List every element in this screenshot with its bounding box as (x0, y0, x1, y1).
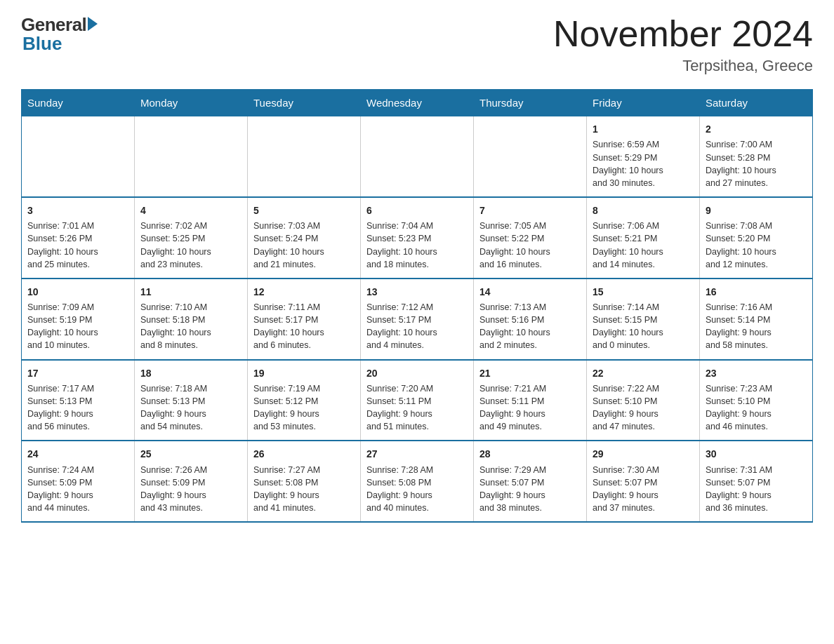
day-info: Sunrise: 7:14 AM Sunset: 5:15 PM Dayligh… (593, 301, 694, 352)
day-info: Sunrise: 7:05 AM Sunset: 5:22 PM Dayligh… (479, 220, 581, 271)
day-number: 11 (140, 285, 241, 299)
logo-blue-text: Blue (22, 33, 62, 55)
calendar-week-row: 17Sunrise: 7:17 AM Sunset: 5:13 PM Dayli… (22, 360, 813, 441)
calendar-cell: 4Sunrise: 7:02 AM Sunset: 5:25 PM Daylig… (135, 197, 248, 279)
calendar-cell: 2Sunrise: 7:00 AM Sunset: 5:28 PM Daylig… (700, 116, 813, 197)
day-info: Sunrise: 7:04 AM Sunset: 5:23 PM Dayligh… (366, 220, 468, 271)
day-number: 12 (253, 285, 355, 299)
weekday-header-tuesday: Tuesday (248, 90, 361, 116)
calendar-cell: 3Sunrise: 7:01 AM Sunset: 5:26 PM Daylig… (22, 197, 135, 279)
day-info: Sunrise: 7:18 AM Sunset: 5:13 PM Dayligh… (140, 382, 241, 434)
day-number: 20 (366, 366, 468, 380)
day-number: 7 (479, 203, 581, 217)
day-number: 23 (706, 366, 807, 380)
calendar-cell: 16Sunrise: 7:16 AM Sunset: 5:14 PM Dayli… (700, 279, 813, 360)
calendar-cell (22, 116, 135, 197)
day-info: Sunrise: 7:03 AM Sunset: 5:24 PM Dayligh… (253, 220, 355, 271)
day-number: 13 (366, 285, 468, 299)
day-number: 18 (140, 366, 241, 380)
calendar-cell: 24Sunrise: 7:24 AM Sunset: 5:09 PM Dayli… (22, 441, 135, 522)
calendar-cell (361, 116, 474, 197)
calendar-cell: 27Sunrise: 7:28 AM Sunset: 5:08 PM Dayli… (361, 441, 474, 522)
day-info: Sunrise: 7:09 AM Sunset: 5:19 PM Dayligh… (27, 301, 128, 352)
calendar-cell: 23Sunrise: 7:23 AM Sunset: 5:10 PM Dayli… (700, 360, 813, 441)
location-subtitle: Terpsithea, Greece (553, 57, 813, 75)
day-number: 17 (27, 366, 128, 380)
day-info: Sunrise: 7:12 AM Sunset: 5:17 PM Dayligh… (366, 301, 468, 352)
calendar-cell: 13Sunrise: 7:12 AM Sunset: 5:17 PM Dayli… (361, 279, 474, 360)
calendar-cell: 29Sunrise: 7:30 AM Sunset: 5:07 PM Dayli… (587, 441, 700, 522)
calendar-cell (248, 116, 361, 197)
day-info: Sunrise: 7:00 AM Sunset: 5:28 PM Dayligh… (706, 138, 807, 189)
day-number: 5 (253, 203, 355, 217)
day-number: 16 (706, 285, 807, 299)
calendar-cell: 11Sunrise: 7:10 AM Sunset: 5:18 PM Dayli… (135, 279, 248, 360)
day-number: 19 (253, 366, 355, 380)
logo: General Blue (21, 14, 98, 55)
weekday-header-thursday: Thursday (474, 90, 587, 116)
calendar-cell: 17Sunrise: 7:17 AM Sunset: 5:13 PM Dayli… (22, 360, 135, 441)
day-number: 26 (253, 447, 355, 461)
day-number: 29 (593, 447, 694, 461)
day-info: Sunrise: 7:17 AM Sunset: 5:13 PM Dayligh… (27, 382, 128, 434)
day-info: Sunrise: 7:31 AM Sunset: 5:07 PM Dayligh… (706, 464, 807, 515)
day-info: Sunrise: 7:30 AM Sunset: 5:07 PM Dayligh… (593, 464, 694, 515)
day-number: 22 (593, 366, 694, 380)
weekday-header-row: SundayMondayTuesdayWednesdayThursdayFrid… (22, 90, 813, 116)
day-number: 24 (27, 447, 128, 461)
day-number: 15 (593, 285, 694, 299)
calendar-cell: 15Sunrise: 7:14 AM Sunset: 5:15 PM Dayli… (587, 279, 700, 360)
day-info: Sunrise: 7:11 AM Sunset: 5:17 PM Dayligh… (253, 301, 355, 352)
weekday-header-wednesday: Wednesday (361, 90, 474, 116)
weekday-header-saturday: Saturday (700, 90, 813, 116)
day-number: 9 (706, 203, 807, 217)
day-number: 6 (366, 203, 468, 217)
day-info: Sunrise: 7:23 AM Sunset: 5:10 PM Dayligh… (706, 382, 807, 434)
weekday-header-sunday: Sunday (22, 90, 135, 116)
day-number: 3 (27, 203, 128, 217)
day-number: 4 (140, 203, 241, 217)
main-title: November 2024 (553, 14, 813, 54)
calendar-cell: 5Sunrise: 7:03 AM Sunset: 5:24 PM Daylig… (248, 197, 361, 279)
page-header: General Blue November 2024 Terpsithea, G… (21, 14, 813, 75)
calendar-cell: 20Sunrise: 7:20 AM Sunset: 5:11 PM Dayli… (361, 360, 474, 441)
calendar-week-row: 1Sunrise: 6:59 AM Sunset: 5:29 PM Daylig… (22, 116, 813, 197)
day-info: Sunrise: 7:02 AM Sunset: 5:25 PM Dayligh… (140, 220, 241, 271)
title-block: November 2024 Terpsithea, Greece (553, 14, 813, 75)
day-info: Sunrise: 7:16 AM Sunset: 5:14 PM Dayligh… (706, 301, 807, 352)
day-info: Sunrise: 7:24 AM Sunset: 5:09 PM Dayligh… (27, 464, 128, 515)
day-info: Sunrise: 7:26 AM Sunset: 5:09 PM Dayligh… (140, 464, 241, 515)
day-number: 14 (479, 285, 581, 299)
day-number: 8 (593, 203, 694, 217)
calendar-table: SundayMondayTuesdayWednesdayThursdayFrid… (21, 89, 813, 523)
day-number: 2 (706, 122, 807, 136)
calendar-cell: 19Sunrise: 7:19 AM Sunset: 5:12 PM Dayli… (248, 360, 361, 441)
calendar-cell (474, 116, 587, 197)
calendar-cell: 22Sunrise: 7:22 AM Sunset: 5:10 PM Dayli… (587, 360, 700, 441)
weekday-header-monday: Monday (135, 90, 248, 116)
day-info: Sunrise: 7:19 AM Sunset: 5:12 PM Dayligh… (253, 382, 355, 434)
day-number: 10 (27, 285, 128, 299)
day-info: Sunrise: 6:59 AM Sunset: 5:29 PM Dayligh… (593, 138, 694, 189)
day-info: Sunrise: 7:27 AM Sunset: 5:08 PM Dayligh… (253, 464, 355, 515)
logo-arrow-icon (88, 17, 98, 31)
day-number: 21 (479, 366, 581, 380)
calendar-cell: 21Sunrise: 7:21 AM Sunset: 5:11 PM Dayli… (474, 360, 587, 441)
calendar-week-row: 24Sunrise: 7:24 AM Sunset: 5:09 PM Dayli… (22, 441, 813, 522)
day-number: 1 (593, 122, 694, 136)
calendar-cell: 1Sunrise: 6:59 AM Sunset: 5:29 PM Daylig… (587, 116, 700, 197)
day-info: Sunrise: 7:01 AM Sunset: 5:26 PM Dayligh… (27, 220, 128, 271)
day-number: 28 (479, 447, 581, 461)
calendar-week-row: 10Sunrise: 7:09 AM Sunset: 5:19 PM Dayli… (22, 279, 813, 360)
calendar-cell: 18Sunrise: 7:18 AM Sunset: 5:13 PM Dayli… (135, 360, 248, 441)
calendar-cell: 9Sunrise: 7:08 AM Sunset: 5:20 PM Daylig… (700, 197, 813, 279)
day-info: Sunrise: 7:10 AM Sunset: 5:18 PM Dayligh… (140, 301, 241, 352)
day-info: Sunrise: 7:13 AM Sunset: 5:16 PM Dayligh… (479, 301, 581, 352)
day-info: Sunrise: 7:06 AM Sunset: 5:21 PM Dayligh… (593, 220, 694, 271)
calendar-cell: 14Sunrise: 7:13 AM Sunset: 5:16 PM Dayli… (474, 279, 587, 360)
calendar-cell: 8Sunrise: 7:06 AM Sunset: 5:21 PM Daylig… (587, 197, 700, 279)
day-info: Sunrise: 7:28 AM Sunset: 5:08 PM Dayligh… (366, 464, 468, 515)
day-number: 30 (706, 447, 807, 461)
calendar-cell: 7Sunrise: 7:05 AM Sunset: 5:22 PM Daylig… (474, 197, 587, 279)
day-info: Sunrise: 7:22 AM Sunset: 5:10 PM Dayligh… (593, 382, 694, 434)
